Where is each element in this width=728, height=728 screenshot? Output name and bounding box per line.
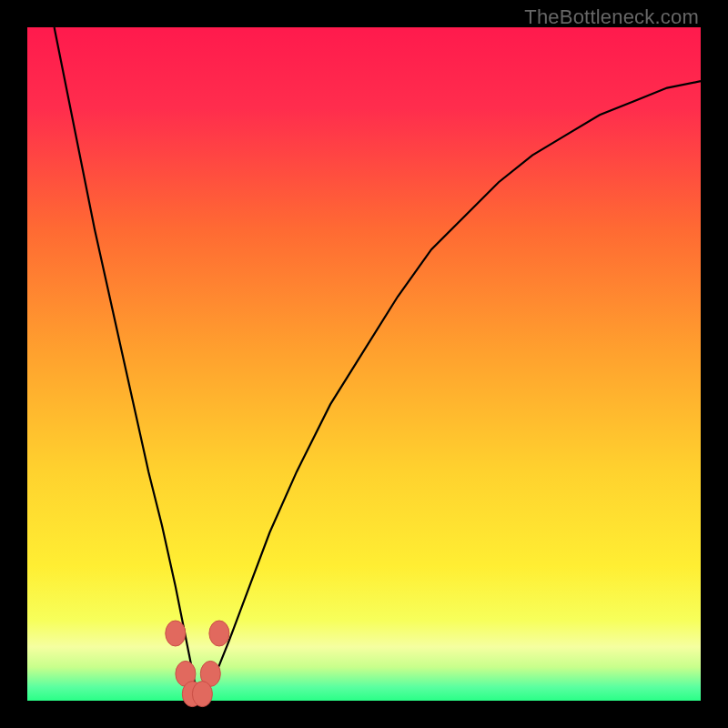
bottleneck-curve (55, 27, 701, 694)
bead-marker (209, 621, 229, 646)
bead-marker (192, 682, 212, 707)
watermark-text: TheBottleneck.com (524, 5, 699, 29)
bead-marker (166, 621, 186, 646)
chart-overlay (27, 27, 701, 701)
chart-frame: TheBottleneck.com (0, 0, 728, 728)
